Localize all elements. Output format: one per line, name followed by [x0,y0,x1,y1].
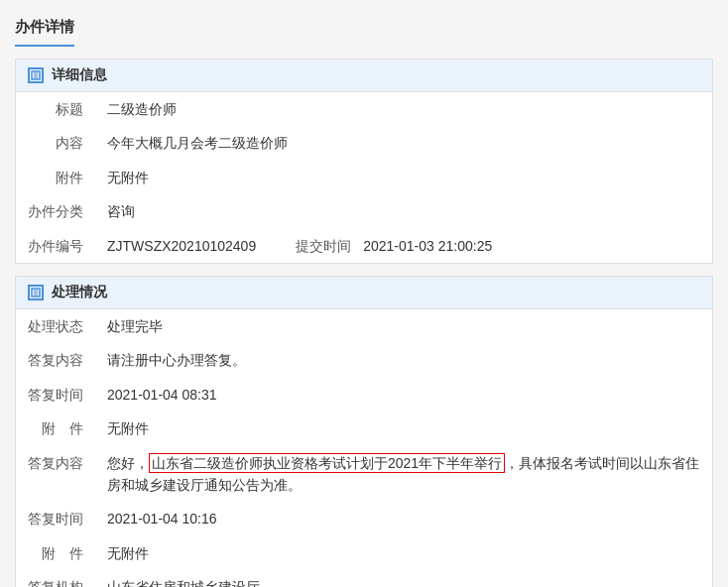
section1-icon [28,67,44,83]
value-content: 今年大概几月会考二级造价师 [95,126,712,160]
label-replytime2: 答复时间 [16,502,95,535]
value-reply1: 请注册中心办理答复。 [95,343,712,377]
detail-info-table: 标题 二级造价师 内容 今年大概几月会考二级造价师 附件 无附件 办件分类 咨询… [16,92,712,263]
value-attachment: 无附件 [95,161,712,194]
section1-title: 详细信息 [52,66,107,84]
value-attach2: 无附件 [95,411,712,445]
process-info-table: 处理状态 处理完毕 答复内容 请注册中心办理答复。 答复时间 2021-01-0… [16,309,712,587]
label-reply2: 答复内容 [16,446,95,503]
section-detail-info: 详细信息 标题 二级造价师 内容 今年大概几月会考二级造价师 附件 无附件 办件… [15,59,713,264]
label-category: 办件分类 [16,194,95,228]
section1-header: 详细信息 [16,59,712,92]
table-row: 附 件 无附件 [16,536,712,570]
table-row: 答复内容 请注册中心办理答复。 [16,343,712,377]
label-content: 内容 [16,126,95,160]
value-org: 山东省住房和城乡建设厅 [95,570,712,587]
label-title: 标题 [16,92,95,126]
table-row: 办件编号 ZJTWSZX20210102409 提交时间 2021-01-03 … [16,229,712,263]
value-title: 二级造价师 [95,92,712,126]
label-attach2: 附 件 [16,411,95,445]
table-row: 答复时间 2021-01-04 10:16 [16,502,712,535]
value-replytime2: 2021-01-04 10:16 [95,502,712,535]
page-title: 办件详情 [15,10,74,47]
value-reply2: 您好，山东省二级造价师执业资格考试计划于2021年下半年举行，具体报名考试时间以… [95,446,712,503]
reply2-highlight: 山东省二级造价师执业资格考试计划于2021年下半年举行 [149,453,505,473]
label-reply1: 答复内容 [16,343,95,377]
value-category: 咨询 [95,194,712,228]
section-process-info: 处理情况 处理状态 处理完毕 答复内容 请注册中心办理答复。 答复时间 2021… [15,276,713,587]
label-org: 答复机构 [16,570,95,587]
table-row: 办件分类 咨询 [16,194,712,228]
table-row: 答复机构 山东省住房和城乡建设厅 [16,570,712,587]
value-attach3: 无附件 [95,536,712,570]
table-row: 处理状态 处理完毕 [16,309,712,343]
section2-header: 处理情况 [16,277,712,309]
table-row: 附件 无附件 [16,161,712,194]
section2-title: 处理情况 [52,284,107,301]
value-number: ZJTWSZX20210102409 提交时间 2021-01-03 21:00… [95,229,712,263]
value-status: 处理完毕 [95,309,712,343]
label-number: 办件编号 [16,229,95,263]
table-row: 标题 二级造价师 [16,92,712,126]
label-attachment: 附件 [16,161,95,194]
reply2-prefix: 您好， [107,455,149,471]
label-status: 处理状态 [16,309,95,343]
value-replytime1: 2021-01-04 08:31 [95,378,712,411]
table-row: 答复时间 2021-01-04 08:31 [16,378,712,411]
label-replytime1: 答复时间 [16,378,95,411]
table-row: 附 件 无附件 [16,411,712,445]
table-row: 内容 今年大概几月会考二级造价师 [16,126,712,160]
section2-icon [28,285,44,300]
table-row: 答复内容 您好，山东省二级造价师执业资格考试计划于2021年下半年举行，具体报名… [16,446,712,503]
label-attach3: 附 件 [16,536,95,570]
